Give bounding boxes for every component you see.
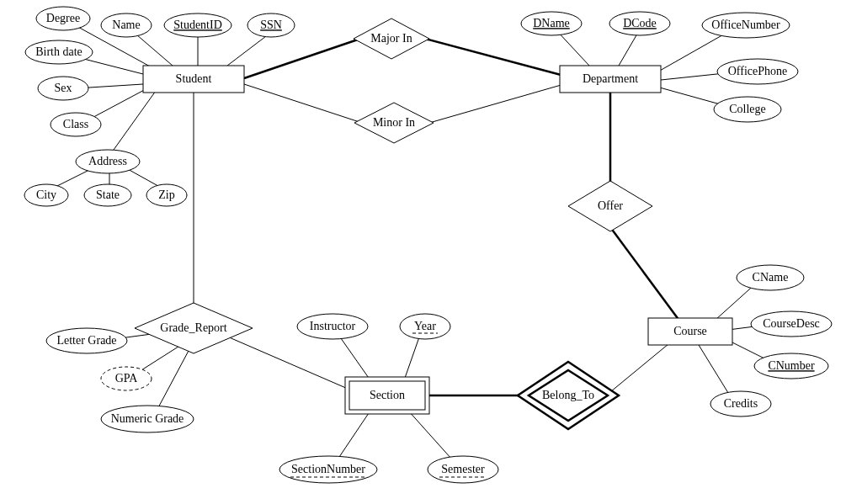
edge-student-majorin [244, 39, 360, 78]
edge-section-year [404, 332, 421, 380]
attr-dcode-label: DCode [623, 17, 657, 29]
attr-address: Address [76, 150, 140, 173]
attr-address-label: Address [88, 155, 127, 167]
attr-dcode: DCode [609, 12, 670, 35]
rel-belong-to: Belong_To [518, 362, 619, 429]
edge-gr-numericgrade [156, 349, 189, 412]
entity-course-label: Course [673, 325, 707, 337]
attr-studentid: StudentID [164, 13, 231, 37]
edge-course-belongto [606, 340, 673, 395]
entity-section-label: Section [370, 389, 405, 401]
attr-officenumber-label: OfficeNumber [711, 19, 780, 31]
rel-major-in: Major In [354, 19, 429, 59]
rel-offer: Offer [568, 181, 652, 231]
entity-section: Section [345, 377, 429, 414]
edge-minorin-department [429, 84, 564, 123]
edge-majorin-department [425, 39, 564, 76]
rel-grade-report-label: Grade_Report [160, 321, 226, 334]
attr-class-label: Class [63, 118, 88, 130]
attr-name-label: Name [112, 19, 140, 31]
attr-year: Year [400, 314, 450, 339]
attr-zip-label: Zip [158, 188, 174, 201]
attr-state-label: State [96, 188, 120, 201]
entity-student: Student [143, 66, 244, 93]
attr-studentid-label: StudentID [173, 19, 222, 31]
attr-sectionnumber-label: SectionNumber [291, 463, 365, 475]
edge-gradereport-section [227, 337, 354, 391]
attr-officephone-label: OfficePhone [728, 65, 788, 77]
attr-gpa-label: GPA [115, 372, 139, 385]
attr-birthdate: Birth date [25, 40, 93, 64]
attr-cnumber: CNumber [754, 353, 828, 379]
attr-city: City [24, 184, 68, 206]
entity-student-label: Student [176, 72, 212, 85]
attr-credits-label: Credits [724, 397, 758, 410]
entity-course: Course [648, 318, 732, 345]
entity-department-label: Department [583, 72, 638, 85]
attr-degree-label: Degree [46, 12, 80, 24]
attr-college-label: College [729, 103, 766, 115]
rel-grade-report: Grade_Report [135, 303, 253, 353]
edge-course-credits [699, 345, 732, 400]
attr-sectionnumber: SectionNumber [279, 456, 377, 483]
attr-semester: Semester [428, 456, 498, 483]
attr-cname-label: CName [753, 271, 789, 284]
attr-cname: CName [737, 265, 804, 290]
attr-officenumber: OfficeNumber [702, 13, 790, 38]
attr-gpa: GPA [101, 367, 152, 390]
attr-numericgrade: Numeric Grade [101, 406, 194, 432]
rel-offer-label: Offer [598, 199, 623, 212]
attr-zip: Zip [146, 184, 187, 206]
attr-ssn-label: SSN [260, 19, 282, 31]
edge-section-instructor [337, 332, 370, 380]
attr-credits: Credits [710, 391, 771, 416]
attr-college: College [714, 97, 781, 122]
edge-offer-course [610, 227, 682, 324]
attr-coursedesc: CourseDesc [751, 311, 832, 337]
attr-dname-label: DName [533, 17, 570, 29]
attr-cnumber-label: CNumber [768, 359, 815, 372]
edge-student-address [109, 91, 156, 156]
edge-student-minorin [244, 84, 362, 123]
attr-class: Class [51, 113, 101, 136]
attr-coursedesc-label: CourseDesc [763, 317, 820, 330]
er-diagram: Student Department Course Section Major … [0, 0, 862, 504]
attr-sex: Sex [38, 77, 88, 100]
attr-lettergrade-label: Letter Grade [56, 334, 116, 347]
attr-semester-label: Semester [441, 463, 485, 475]
attr-ssn: SSN [247, 13, 295, 37]
attr-lettergrade: Letter Grade [46, 328, 127, 353]
attr-numericgrade-label: Numeric Grade [111, 412, 184, 425]
attr-instructor-label: Instructor [310, 320, 356, 332]
edge-student-ssn [227, 34, 269, 66]
entity-department: Department [560, 66, 661, 93]
rel-major-in-label: Major In [370, 32, 412, 45]
attr-officephone: OfficePhone [717, 59, 798, 84]
attr-instructor: Instructor [297, 314, 368, 339]
rel-minor-in: Minor In [354, 103, 434, 143]
attr-state: State [84, 184, 131, 206]
attr-sex-label: Sex [55, 82, 72, 94]
rel-minor-in-label: Minor In [373, 116, 415, 129]
attr-city-label: City [36, 188, 56, 201]
attr-degree: Degree [36, 7, 90, 30]
rel-belong-to-label: Belong_To [542, 389, 594, 401]
attr-birthdate-label: Birth date [35, 45, 82, 58]
attr-dname: DName [521, 12, 582, 35]
attr-name: Name [101, 13, 152, 37]
attr-year-label: Year [414, 320, 436, 332]
